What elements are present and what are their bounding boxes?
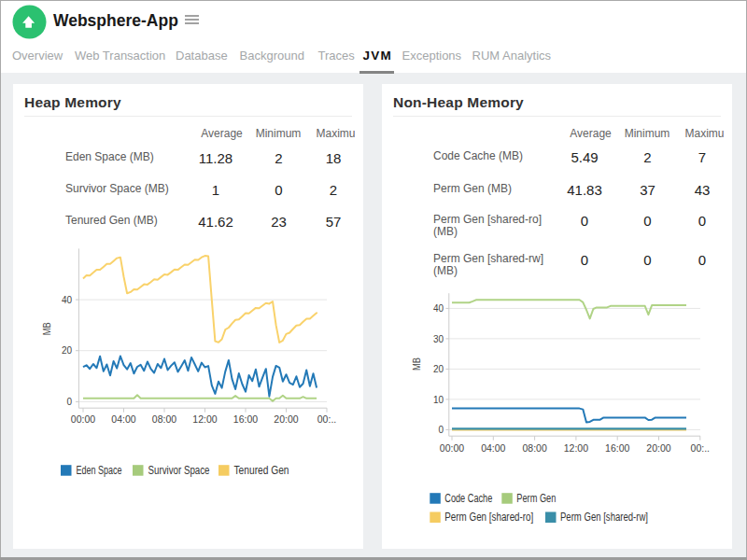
svg-text:20:00: 20:00: [274, 413, 298, 425]
svg-text:Code Cache: Code Cache: [444, 492, 492, 505]
svg-text:12:00: 12:00: [564, 442, 588, 454]
svg-text:MB: MB: [411, 357, 422, 371]
svg-text:20: 20: [62, 345, 73, 356]
svg-text:08:00: 08:00: [152, 413, 176, 425]
svg-text:04:00: 04:00: [111, 413, 135, 425]
svg-text:Perm Gen [shared-rw]: Perm Gen [shared-rw]: [560, 511, 648, 524]
svg-text:00:..: 00:..: [691, 442, 710, 454]
svg-text:04:00: 04:00: [481, 442, 505, 454]
svg-text:0: 0: [438, 425, 444, 435]
svg-text:Survivor Space: Survivor Space: [148, 464, 210, 477]
svg-text:30: 30: [433, 334, 444, 344]
svg-text:Perm Gen [shared-ro]: Perm Gen [shared-ro]: [444, 511, 533, 524]
svg-text:20:00: 20:00: [646, 442, 670, 454]
svg-text:12:00: 12:00: [192, 413, 217, 425]
svg-text:00:00: 00:00: [71, 413, 95, 425]
svg-text:10: 10: [433, 395, 444, 405]
svg-text:Eden Space: Eden Space: [77, 464, 122, 477]
svg-text:00:..: 00:..: [317, 413, 336, 425]
svg-text:16:00: 16:00: [233, 413, 258, 425]
svg-text:40: 40: [433, 303, 444, 314]
svg-text:Perm Gen: Perm Gen: [516, 492, 556, 505]
svg-text:40: 40: [62, 295, 73, 305]
svg-text:00:00: 00:00: [440, 442, 464, 454]
svg-text:MB: MB: [41, 322, 52, 335]
svg-text:Tenured Gen: Tenured Gen: [234, 464, 289, 477]
svg-text:0: 0: [66, 397, 72, 407]
svg-text:08:00: 08:00: [522, 442, 546, 454]
svg-text:16:00: 16:00: [605, 442, 629, 454]
svg-text:20: 20: [433, 364, 444, 374]
